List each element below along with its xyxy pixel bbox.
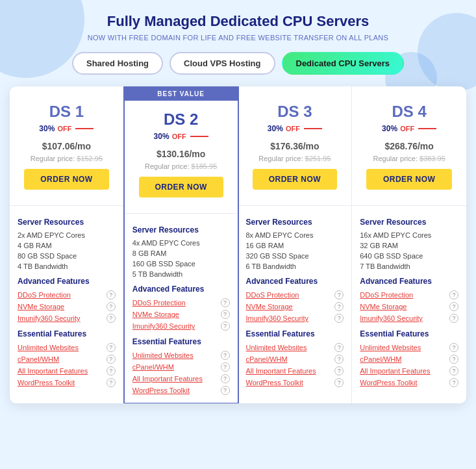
resource-ds2-2: 160 GB SSD Space — [132, 259, 230, 269]
info-icon-ds2-imunify[interactable]: ? — [221, 322, 230, 331]
feature-link-ds3-ddos[interactable]: DDoS Protection — [246, 291, 299, 299]
resource-ds1-3: 4 TB Bandwidth — [18, 261, 116, 272]
order-btn-ds2[interactable]: ORDER NOW — [139, 177, 223, 197]
feature-link-ds3-wp[interactable]: WordPress Toolkit — [246, 379, 303, 387]
feature-ds4-ddos: DDoS Protection ? — [360, 289, 458, 301]
plan-ds3: DS 3 30% OFF $176.36/mo Regular price: $… — [238, 86, 353, 403]
info-icon-ds2-cpanel[interactable]: ? — [221, 362, 230, 372]
page-header: Fully Managed Dedicated CPU Servers NOW … — [10, 13, 466, 42]
plan-ds3-header: DS 3 30% OFF $176.36/mo Regular price: $… — [238, 93, 352, 206]
resource-ds1-1: 4 GB RAM — [18, 240, 116, 251]
feature-ds3-unlimited: Unlimited Websites ? — [246, 342, 344, 353]
info-icon-ds2-unlimited[interactable]: ? — [221, 351, 230, 360]
plan-ds4-body: Server Resources 16x AMD EPYC Cores 32 G… — [352, 206, 466, 395]
feature-ds3-allfeatures: All Important Features ? — [246, 365, 344, 377]
feature-ds4-imunify: Imunify360 Security ? — [360, 312, 458, 324]
plan-ds2-body: Server Resources 4x AMD EPYC Cores 8 GB … — [125, 214, 238, 403]
info-icon-ds1-imunify[interactable]: ? — [106, 314, 116, 323]
info-icon-ds3-imunify[interactable]: ? — [334, 314, 344, 323]
info-icon-ds4-wp[interactable]: ? — [449, 378, 458, 387]
feature-link-ds4-ddos[interactable]: DDoS Protection — [360, 291, 413, 299]
feature-link-ds2-unlimited[interactable]: Unlimited Websites — [132, 351, 194, 359]
page-title: Fully Managed Dedicated CPU Servers — [10, 13, 466, 30]
plan-ds4-price: $268.76/mo — [360, 136, 458, 153]
info-icon-ds3-allfeatures[interactable]: ? — [334, 366, 344, 375]
feature-link-ds2-imunify[interactable]: Imunify360 Security — [132, 322, 195, 330]
feature-link-ds3-imunify[interactable]: Imunify360 Security — [246, 314, 309, 322]
info-icon-ds1-nvme[interactable]: ? — [106, 302, 116, 311]
feature-ds2-cpanel: cPanel/WHM ? — [132, 361, 230, 373]
info-icon-ds4-ddos[interactable]: ? — [449, 290, 458, 299]
feature-ds2-ddos: DDoS Protection ? — [132, 297, 230, 309]
resources-title-ds1: Server Resources — [18, 218, 116, 227]
feature-link-ds2-allfeatures[interactable]: All Important Features — [132, 375, 203, 383]
plan-ds1-discount: 30% OFF — [39, 124, 94, 133]
tab-cloud-vps[interactable]: Cloud VPS Hosting — [169, 52, 275, 75]
tab-dedicated-cpu[interactable]: Dedicated CPU Servers — [282, 52, 405, 75]
info-icon-ds2-allfeatures[interactable]: ? — [221, 374, 230, 383]
resource-ds2-3: 5 TB Bandwidth — [132, 269, 230, 279]
resource-ds4-1: 32 GB RAM — [360, 240, 458, 251]
info-icon-ds3-wp[interactable]: ? — [334, 378, 344, 387]
order-btn-ds1[interactable]: ORDER NOW — [24, 169, 109, 190]
feature-link-ds4-unlimited[interactable]: Unlimited Websites — [360, 344, 421, 351]
info-icon-ds3-ddos[interactable]: ? — [334, 290, 344, 299]
feature-ds3-ddos: DDoS Protection ? — [246, 289, 344, 301]
info-icon-ds2-nvme[interactable]: ? — [221, 310, 230, 319]
resource-ds3-3: 6 TB Bandwidth — [246, 261, 344, 272]
feature-link-ds1-allfeatures[interactable]: All Important Features — [18, 367, 88, 375]
plan-ds3-discount: 30% OFF — [268, 124, 322, 133]
plan-ds4-regular-price: Regular price: $383.95 — [360, 155, 458, 162]
order-btn-ds4[interactable]: ORDER NOW — [366, 169, 452, 190]
feature-link-ds4-wp[interactable]: WordPress Toolkit — [360, 379, 417, 387]
feature-ds2-nvme: NVMe Storage ? — [132, 309, 230, 320]
feature-link-ds1-ddos[interactable]: DDoS Protection — [18, 291, 71, 299]
advanced-title-ds1: Advanced Features — [18, 277, 116, 286]
info-icon-ds3-cpanel[interactable]: ? — [334, 355, 344, 364]
feature-link-ds1-nvme[interactable]: NVMe Storage — [18, 303, 64, 311]
feature-ds2-unlimited: Unlimited Websites ? — [132, 349, 230, 361]
info-icon-ds2-ddos[interactable]: ? — [221, 298, 230, 307]
info-icon-ds1-ddos[interactable]: ? — [106, 290, 116, 299]
plan-ds2-regular-price: Regular price: $185.95 — [132, 162, 230, 170]
feature-link-ds3-nvme[interactable]: NVMe Storage — [246, 303, 293, 311]
feature-link-ds4-imunify[interactable]: Imunify360 Security — [360, 314, 423, 322]
tab-shared-hosting[interactable]: Shared Hosting — [72, 52, 163, 75]
plan-ds3-price: $176.36/mo — [246, 136, 344, 153]
feature-link-ds4-nvme[interactable]: NVMe Storage — [360, 303, 407, 311]
feature-link-ds1-wp[interactable]: WordPress Toolkit — [18, 379, 75, 387]
feature-link-ds1-unlimited[interactable]: Unlimited Websites — [18, 344, 79, 351]
info-icon-ds4-unlimited[interactable]: ? — [449, 343, 458, 352]
feature-ds1-wp: WordPress Toolkit ? — [18, 377, 116, 388]
info-icon-ds4-nvme[interactable]: ? — [449, 302, 458, 311]
info-icon-ds3-nvme[interactable]: ? — [334, 302, 344, 311]
feature-link-ds2-cpanel[interactable]: cPanel/WHM — [132, 363, 174, 371]
info-icon-ds1-wp[interactable]: ? — [106, 378, 116, 387]
feature-ds4-cpanel: cPanel/WHM ? — [360, 353, 458, 365]
info-icon-ds1-unlimited[interactable]: ? — [106, 343, 116, 352]
feature-link-ds2-ddos[interactable]: DDoS Protection — [132, 299, 186, 307]
feature-link-ds3-allfeatures[interactable]: All Important Features — [246, 367, 316, 375]
info-icon-ds4-cpanel[interactable]: ? — [449, 355, 458, 364]
plan-ds4-discount: 30% OFF — [382, 124, 436, 133]
info-icon-ds1-allfeatures[interactable]: ? — [106, 366, 116, 375]
plan-ds1-regular-price: Regular price: $152.95 — [18, 155, 116, 162]
plan-ds4-name: DS 4 — [360, 103, 458, 121]
info-icon-ds4-allfeatures[interactable]: ? — [449, 366, 458, 375]
tab-bar: Shared Hosting Cloud VPS Hosting Dedicat… — [10, 52, 466, 75]
order-btn-ds3[interactable]: ORDER NOW — [253, 169, 338, 190]
feature-link-ds1-cpanel[interactable]: cPanel/WHM — [18, 355, 59, 363]
advanced-title-ds2: Advanced Features — [132, 285, 230, 294]
info-icon-ds1-cpanel[interactable]: ? — [106, 355, 116, 364]
feature-link-ds2-nvme[interactable]: NVMe Storage — [132, 311, 179, 318]
feature-link-ds1-imunify[interactable]: Imunify360 Security — [18, 314, 81, 322]
info-icon-ds2-wp[interactable]: ? — [221, 386, 230, 395]
feature-link-ds3-unlimited[interactable]: Unlimited Websites — [246, 344, 307, 351]
feature-link-ds2-wp[interactable]: WordPress Toolkit — [132, 387, 190, 394]
plans-grid: DS 1 30% OFF $107.06/mo Regular price: $… — [10, 86, 466, 403]
info-icon-ds4-imunify[interactable]: ? — [449, 314, 458, 323]
feature-link-ds3-cpanel[interactable]: cPanel/WHM — [246, 355, 288, 363]
feature-link-ds4-allfeatures[interactable]: All Important Features — [360, 367, 430, 375]
info-icon-ds3-unlimited[interactable]: ? — [334, 343, 344, 352]
feature-link-ds4-cpanel[interactable]: cPanel/WHM — [360, 355, 401, 363]
